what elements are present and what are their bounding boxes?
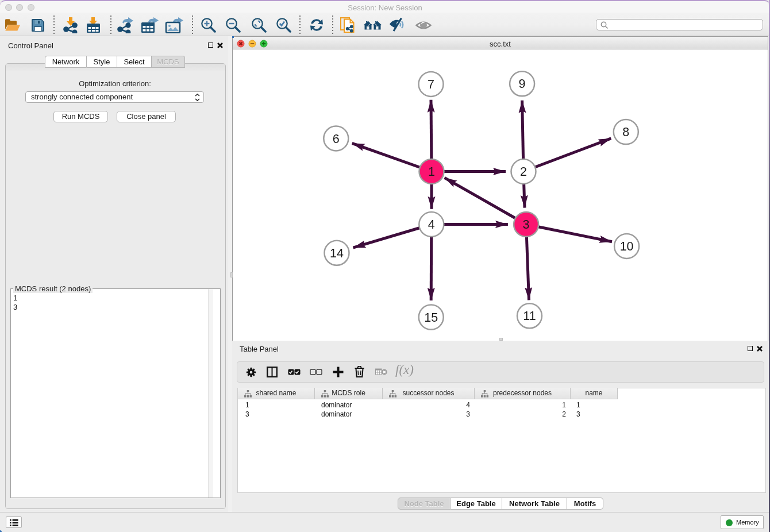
svg-text:6: 6: [333, 132, 340, 146]
svg-text:10: 10: [620, 240, 634, 253]
svg-text:4: 4: [428, 218, 435, 232]
svg-text:9: 9: [519, 77, 526, 91]
svg-text:8: 8: [622, 125, 629, 139]
svg-text:3: 3: [523, 218, 530, 232]
svg-text:2: 2: [520, 165, 527, 179]
svg-text:7: 7: [428, 78, 434, 91]
svg-text:14: 14: [330, 246, 344, 260]
svg-text:11: 11: [523, 309, 536, 323]
svg-text:1: 1: [428, 165, 435, 179]
svg-text:15: 15: [424, 311, 438, 325]
